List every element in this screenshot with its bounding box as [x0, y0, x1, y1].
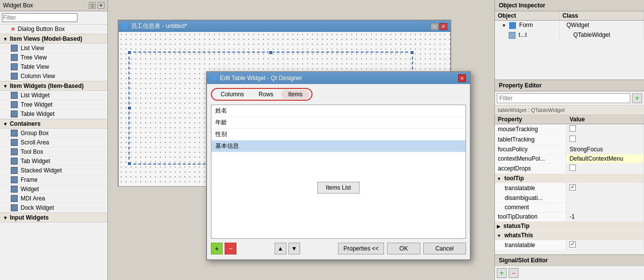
table-row[interactable]: contextMenuPol... DefaultContextMenu: [495, 154, 644, 164]
cancel-button[interactable]: Cancel: [423, 243, 466, 254]
table-row[interactable]: t...t QTableWidget: [495, 30, 644, 40]
filter-input[interactable]: [2, 13, 77, 22]
dialog-body: Columns Rows Items 姓名 年龄 性别 基本信息 Items L…: [207, 84, 470, 258]
checkbox-checked[interactable]: [569, 184, 576, 191]
main-area: Qt 员工信息表 - untitled* ─ ✕: [108, 0, 494, 280]
object-table: Object Class ▼ Form QWidget t...t: [495, 11, 644, 40]
list-item[interactable]: 年龄: [211, 117, 465, 129]
list-item[interactable]: Widget: [0, 185, 107, 194]
prop-value[interactable]: [567, 124, 644, 135]
table-row[interactable]: ▼ Form QWidget: [495, 21, 644, 30]
close-button[interactable]: ✕: [98, 2, 104, 9]
resize-handle-ml[interactable]: [128, 106, 131, 110]
list-item[interactable]: List View: [0, 44, 107, 53]
resize-handle-tl[interactable]: [128, 51, 131, 55]
category-containers[interactable]: ▼ Containers: [0, 119, 107, 129]
properties-button[interactable]: Properties <<: [338, 243, 384, 254]
item-label: Group Box: [21, 130, 49, 137]
list-item[interactable]: Column View: [0, 72, 107, 81]
table-row[interactable]: ▼ whatsThis: [495, 231, 644, 240]
property-editor: Property Editor + tableWidget : QTableWi…: [495, 80, 644, 254]
item-label: Tree View: [21, 54, 47, 61]
property-filter-input[interactable]: [497, 93, 630, 103]
tab-rows[interactable]: Rows: [252, 90, 280, 99]
list-item[interactable]: MDI Area: [0, 194, 107, 203]
resize-handle-bl[interactable]: [128, 162, 131, 166]
prop-value[interactable]: [567, 183, 644, 194]
item-label: Dock Widget: [21, 204, 54, 211]
tab-columns[interactable]: Columns: [214, 90, 251, 99]
prop-value[interactable]: [567, 164, 644, 174]
close-button[interactable]: ✕: [439, 23, 447, 30]
item-label: Tab Widget: [21, 158, 50, 165]
table-row[interactable]: ▼ toolTip: [495, 174, 644, 183]
prop-value: StrongFocus: [567, 145, 644, 154]
expand-arrow: ▶: [497, 224, 500, 229]
table-row[interactable]: disambiguati...: [495, 194, 644, 203]
prop-group-label: ▼ toolTip: [495, 174, 644, 183]
checkbox[interactable]: [569, 125, 576, 132]
table-row[interactable]: translatable: [495, 240, 644, 251]
tab-items[interactable]: Items: [281, 90, 309, 99]
checkbox[interactable]: [569, 136, 576, 142]
list-item[interactable]: 性别: [211, 129, 465, 140]
items-list-button[interactable]: Items List: [317, 182, 359, 194]
list-item[interactable]: 姓名: [211, 105, 465, 117]
stacked-widget-icon: [11, 167, 18, 174]
list-item[interactable]: List Widget: [0, 91, 107, 100]
table-row[interactable]: comment: [495, 203, 644, 212]
add-property-button[interactable]: +: [632, 93, 642, 103]
obj-form-cell: ▼ Form: [495, 21, 559, 30]
move-down-button[interactable]: ▼: [288, 243, 300, 254]
table-row[interactable]: tabletTracking: [495, 135, 644, 145]
remove-item-button[interactable]: −: [225, 243, 236, 254]
tree-widget-icon: [11, 101, 18, 108]
table-widget-icon: [11, 111, 18, 117]
prop-value[interactable]: [567, 240, 644, 251]
remove-signal-button[interactable]: −: [509, 268, 518, 278]
category-item-widgets[interactable]: ▼ Item Widgets (Item-Based): [0, 81, 107, 91]
checkbox-checked[interactable]: [569, 241, 576, 248]
widget-list: ✕ Dialog Button Box ▼ Item Views (Model-…: [0, 25, 107, 280]
ok-button[interactable]: OK: [387, 243, 420, 254]
list-item[interactable]: ✕ Dialog Button Box: [0, 25, 107, 34]
add-signal-button[interactable]: +: [497, 268, 507, 278]
expand-arrow: ▼: [497, 176, 501, 181]
list-item[interactable]: Tool Box: [0, 147, 107, 157]
checkbox[interactable]: [569, 165, 576, 171]
list-item-selected[interactable]: 基本信息: [211, 140, 465, 152]
object-inspector-header: Object Inspector: [495, 0, 644, 11]
table-row[interactable]: mouseTracking: [495, 124, 644, 135]
minimize-button[interactable]: ─: [431, 23, 438, 30]
list-item[interactable]: Tree View: [0, 53, 107, 62]
table-row[interactable]: focusPolicy StrongFocus: [495, 145, 644, 154]
widget-icon: [11, 186, 18, 193]
dialog-close-button[interactable]: ✕: [458, 74, 466, 82]
edit-table-dialog: Qt Edit Table Widget - Qt Designer ✕ Col…: [206, 71, 471, 260]
list-item[interactable]: Group Box: [0, 129, 107, 138]
table-row[interactable]: toolTipDuration -1: [495, 212, 644, 222]
list-item[interactable]: Tab Widget: [0, 157, 107, 166]
list-item[interactable]: Table Widget: [0, 110, 107, 119]
category-item-views[interactable]: ▼ Item Views (Model-Based): [0, 34, 107, 44]
table-row[interactable]: acceptDrops: [495, 164, 644, 174]
table-row[interactable]: ▶ statusTip: [495, 222, 644, 231]
resize-handle-tr[interactable]: [410, 51, 414, 55]
col-object: Object: [495, 11, 559, 21]
list-item[interactable]: Dock Widget: [0, 203, 107, 213]
resize-handle-tc[interactable]: [269, 51, 273, 55]
float-button[interactable]: ◫: [89, 2, 96, 9]
list-item[interactable]: Stacked Widget: [0, 166, 107, 175]
add-item-button[interactable]: +: [211, 243, 223, 254]
prop-value[interactable]: [567, 135, 644, 145]
category-label: Containers: [10, 120, 41, 127]
prop-name: translatable: [495, 240, 567, 251]
move-up-button[interactable]: ▲: [275, 243, 286, 254]
prop-name: translatable: [495, 183, 567, 194]
list-item[interactable]: Scroll Area: [0, 138, 107, 147]
list-item[interactable]: Table View: [0, 62, 107, 72]
list-item[interactable]: Frame: [0, 175, 107, 185]
category-input-widgets[interactable]: ▼ Input Widgets: [0, 213, 107, 223]
list-item[interactable]: Tree Widget: [0, 100, 107, 110]
table-row[interactable]: translatable: [495, 183, 644, 194]
